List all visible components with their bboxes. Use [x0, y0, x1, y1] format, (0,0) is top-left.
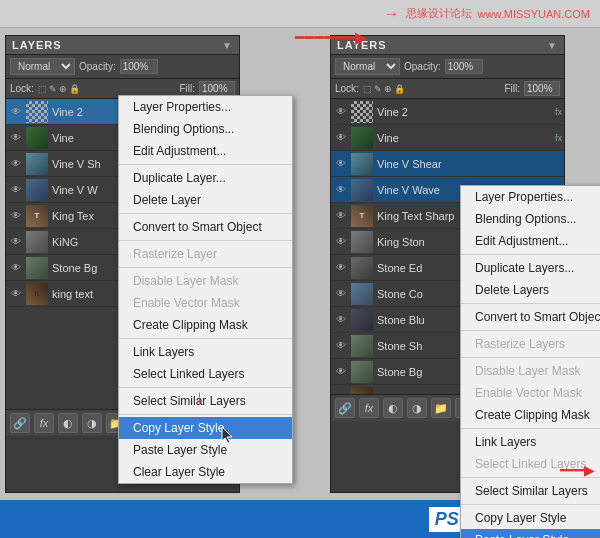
banner-arrow: → [384, 5, 400, 23]
right-thumb-stoneblu [351, 309, 373, 331]
right-eye-kingtextsharp[interactable]: 👁 [333, 208, 349, 224]
left-link-btn[interactable]: 🔗 [10, 413, 30, 433]
ctx-right-delete[interactable]: Delete Layers [461, 279, 600, 301]
right-layer-vine2[interactable]: 👁 Vine 2 fx [331, 99, 564, 125]
ctx-left-select-similar[interactable]: Select Similar Layers [119, 390, 292, 412]
ctx-right-layer-props[interactable]: Layer Properties... [461, 186, 600, 208]
left-panel-collapse[interactable]: ▼ [222, 40, 233, 51]
ctx-left-link[interactable]: Link Layers [119, 341, 292, 363]
ctx-right-copy-style[interactable]: Copy Layer Style [461, 507, 600, 529]
ctx-right-select-similar[interactable]: Select Similar Layers [461, 480, 600, 502]
ctx-left-sep5 [119, 338, 292, 339]
ctx-right-blending[interactable]: Blending Options... [461, 208, 600, 230]
lock-transparent-icon[interactable]: ⬚ [38, 84, 47, 94]
right-name-vine2: Vine 2 [377, 106, 551, 118]
right-eye-vine2[interactable]: 👁 [333, 104, 349, 120]
right-thumb-kingtextsharp: T [351, 205, 373, 227]
right-fill-input[interactable] [524, 81, 560, 96]
lock-image-icon[interactable]: ✎ [49, 84, 57, 94]
right-thumb-kingston [351, 231, 373, 253]
right-eye-stonesh[interactable]: 👁 [333, 338, 349, 354]
lock-position-icon[interactable]: ⊕ [59, 84, 67, 94]
left-blend-mode[interactable]: Normal [10, 58, 75, 75]
ctx-right-dup[interactable]: Duplicate Layers... [461, 257, 600, 279]
ctx-left-layer-props[interactable]: Layer Properties... [119, 96, 292, 118]
left-opacity-label: Opacity: [79, 61, 116, 72]
ctx-right-edit-adj[interactable]: Edit Adjustment... [461, 230, 600, 252]
ctx-left-rasterize: Rasterize Layer [119, 243, 292, 265]
right-eye-kingston[interactable]: 👁 [333, 234, 349, 250]
ctx-right-disable-mask: Disable Layer Mask [461, 360, 600, 382]
right-eye-stoneed[interactable]: 👁 [333, 260, 349, 276]
right-eye-kingtext[interactable]: 👁 [333, 390, 349, 395]
right-panel-controls2: Lock: ⬚ ✎ ⊕ 🔒 Fill: [331, 79, 564, 99]
ctx-left-clear-style[interactable]: Clear Layer Style [119, 461, 292, 483]
right-eye-vine[interactable]: 👁 [333, 130, 349, 146]
right-thumb-kingtext: K [351, 387, 373, 395]
left-eye-king[interactable]: 👁 [8, 234, 24, 250]
right-eye-stoneblu[interactable]: 👁 [333, 312, 349, 328]
right-eye-vineshear[interactable]: 👁 [333, 156, 349, 172]
right-eye-stoneco[interactable]: 👁 [333, 286, 349, 302]
ctx-left-edit-adj[interactable]: Edit Adjustment... [119, 140, 292, 162]
lock-all-icon[interactable]: 🔒 [69, 84, 80, 94]
left-mask-btn[interactable]: ◐ [58, 413, 78, 433]
top-red-arrow: ━━━━━━▶ [295, 28, 367, 47]
left-copy-arrow: ↑ [195, 388, 204, 409]
right-opacity-input[interactable] [445, 59, 483, 74]
ctx-left-blending[interactable]: Blending Options... [119, 118, 292, 140]
left-eye-vine[interactable]: 👁 [8, 130, 24, 146]
right-lock-position-icon[interactable]: ⊕ [384, 84, 392, 94]
right-layer-vineshear[interactable]: 👁 Vine V Shear [331, 151, 564, 177]
right-name-vine: Vine [377, 132, 551, 144]
right-lock-label: Lock: [335, 83, 359, 94]
right-lock-image-icon[interactable]: ✎ [374, 84, 382, 94]
left-adj-btn[interactable]: ◑ [82, 413, 102, 433]
ctx-left-dup[interactable]: Duplicate Layer... [119, 167, 292, 189]
left-eye-kingtext[interactable]: 👁 [8, 286, 24, 302]
left-fx-btn[interactable]: fx [34, 413, 54, 433]
left-opacity-input[interactable] [120, 59, 158, 74]
ctx-left-copy-style[interactable]: Copy Layer Style [119, 417, 292, 439]
ctx-left-clipping[interactable]: Create Clipping Mask [119, 314, 292, 336]
right-lock-all-icon[interactable]: 🔒 [394, 84, 405, 94]
ctx-right-link[interactable]: Link Layers [461, 431, 600, 453]
right-adj-btn[interactable]: ◑ [407, 398, 427, 418]
banner-text: → 思缘设计论坛 www.MISSYUAN.COM [384, 5, 590, 23]
ctx-right-enable-vector: Enable Vector Mask [461, 382, 600, 404]
ctx-left-select-linked[interactable]: Select Linked Layers [119, 363, 292, 385]
right-layer-vine[interactable]: 👁 Vine fx [331, 125, 564, 151]
right-fx-btn[interactable]: fx [359, 398, 379, 418]
ctx-right-clipping[interactable]: Create Clipping Mask [461, 404, 600, 426]
ctx-left-paste-style[interactable]: Paste Layer Style [119, 439, 292, 461]
right-thumb-stonesh [351, 335, 373, 357]
left-eye-vinesh[interactable]: 👁 [8, 156, 24, 172]
right-blend-mode[interactable]: Normal [335, 58, 400, 75]
left-lock-label: Lock: [10, 83, 34, 94]
left-thumb-vinew [26, 179, 48, 201]
right-link-btn[interactable]: 🔗 [335, 398, 355, 418]
ctx-right-smart[interactable]: Convert to Smart Object [461, 306, 600, 328]
ctx-right-sep2 [461, 303, 600, 304]
ctx-left-sep3 [119, 240, 292, 241]
ctx-left-delete[interactable]: Delete Layer [119, 189, 292, 211]
ctx-left-sep6 [119, 387, 292, 388]
right-panel-collapse[interactable]: ▼ [547, 40, 558, 51]
right-mask-btn[interactable]: ◐ [383, 398, 403, 418]
right-eye-vinewave[interactable]: 👁 [333, 182, 349, 198]
ctx-left-smart[interactable]: Convert to Smart Object [119, 216, 292, 238]
left-eye-stonebg[interactable]: 👁 [8, 260, 24, 276]
left-thumb-vine [26, 127, 48, 149]
left-eye-vinew[interactable]: 👁 [8, 182, 24, 198]
right-name-vineshear: Vine V Shear [377, 158, 562, 170]
left-fill-input[interactable] [199, 81, 235, 96]
left-panel-title: LAYERS [12, 39, 62, 51]
ctx-right-paste-style[interactable]: Paste Layer Style [461, 529, 600, 538]
left-eye-vine2[interactable]: 👁 [8, 104, 24, 120]
right-lock-transparent-icon[interactable]: ⬚ [363, 84, 372, 94]
left-eye-kingtex[interactable]: 👁 [8, 208, 24, 224]
ctx-left-sep4 [119, 267, 292, 268]
right-group-btn[interactable]: 📁 [431, 398, 451, 418]
right-panel-controls: Normal Opacity: [331, 55, 564, 79]
right-eye-stonebg[interactable]: 👁 [333, 364, 349, 380]
